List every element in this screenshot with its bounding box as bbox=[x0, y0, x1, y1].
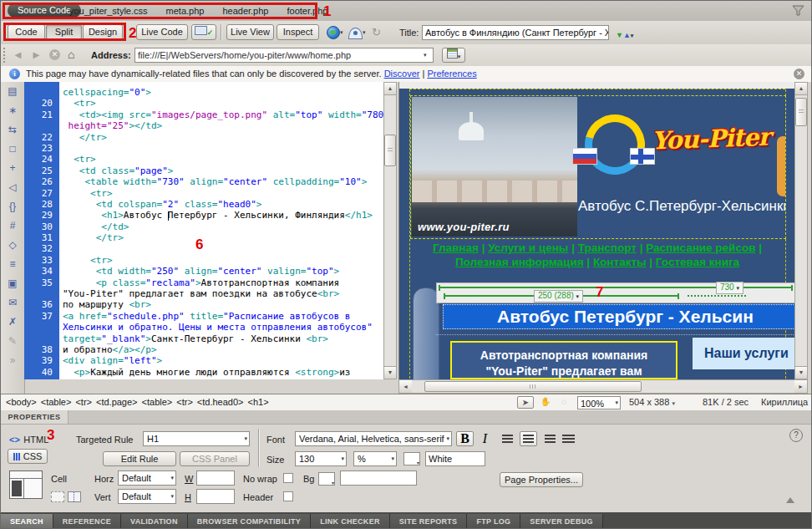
bottom-tab[interactable]: LINK CHECKER bbox=[311, 514, 390, 529]
live-code-button[interactable]: Live Code bbox=[136, 24, 188, 40]
text-color-swatch[interactable] bbox=[403, 452, 420, 465]
targeted-rule-select[interactable]: H1▾ bbox=[143, 431, 250, 446]
discover-link[interactable]: Discover bbox=[384, 69, 420, 79]
code-line[interactable]: 23 bbox=[24, 143, 383, 154]
design-nav-link[interactable]: Транспорт bbox=[578, 242, 637, 254]
code-line[interactable]: 27 <tr> bbox=[24, 188, 383, 199]
code-line[interactable]: target="_blank">Санкт-Петербург - Хельси… bbox=[24, 333, 383, 344]
height-input[interactable] bbox=[196, 489, 235, 504]
bottom-tab[interactable]: BROWSER COMPATIBILITY bbox=[188, 514, 311, 529]
code-line[interactable]: height="25"></td> bbox=[24, 120, 383, 131]
home-icon[interactable]: ⌂ bbox=[68, 48, 74, 61]
tag-selector-item[interactable]: <table> bbox=[142, 397, 173, 407]
bottom-tab[interactable]: SEARCH bbox=[1, 514, 53, 529]
select-parent-tag-icon[interactable]: ◁ bbox=[1, 178, 24, 197]
tag-selector-item[interactable]: <td.head0> bbox=[197, 397, 244, 407]
code-line[interactable]: 38и обратно</a></p> bbox=[24, 344, 383, 355]
scroll-up-arrow[interactable]: ▲ bbox=[795, 83, 807, 95]
close-info-bar-icon[interactable]: ✕ bbox=[794, 69, 804, 79]
font-select[interactable]: Verdana, Arial, Helvetica, sans-serif▾ bbox=[295, 431, 452, 446]
scroll-up-arrow[interactable]: ▲ bbox=[384, 83, 396, 95]
design-view[interactable]: www.you-piter.ru You-Piter Автобус С.Пет… bbox=[398, 82, 795, 379]
vert-select[interactable]: Default▾ bbox=[118, 489, 176, 504]
services-header-cell[interactable]: Наши услуги bbox=[693, 338, 795, 369]
help-icon[interactable]: ? bbox=[789, 429, 803, 442]
design-scrollbar-thumb[interactable] bbox=[795, 98, 807, 126]
preferences-link[interactable]: Preferences bbox=[427, 69, 476, 79]
italic-button[interactable]: I bbox=[476, 431, 494, 446]
code-line[interactable]: Хельсинки и обратно. Цены и места отправ… bbox=[24, 322, 383, 333]
design-nav-link[interactable]: Услуги и цены bbox=[488, 242, 568, 254]
scroll-right-arrow[interactable]: ► bbox=[794, 380, 807, 393]
check-browser-compat-button[interactable]: ✓ bbox=[191, 24, 216, 40]
code-line[interactable]: 31 </tr> bbox=[24, 232, 383, 243]
code-line[interactable]: 32 bbox=[24, 243, 383, 254]
code-line[interactable]: 28 <td colspan="2" class="head0"> bbox=[24, 199, 383, 210]
title-input[interactable]: Автобус в Финляндию (Санкт Петербург - Х… bbox=[422, 25, 609, 40]
size-unit-select[interactable]: %▾ bbox=[353, 451, 397, 466]
highlight-invalid-code-icon[interactable]: ◇ bbox=[1, 236, 24, 255]
align-center-button[interactable] bbox=[520, 431, 537, 446]
remove-comment-icon[interactable]: ✗ bbox=[1, 313, 24, 332]
split-view-button[interactable]: Split bbox=[46, 24, 82, 40]
magnification-select[interactable]: 100%▾ bbox=[577, 396, 621, 409]
bold-button[interactable]: B bbox=[456, 431, 474, 446]
back-icon[interactable]: ◄ bbox=[13, 48, 23, 61]
site-banner[interactable]: www.you-piter.ru You-Piter Автобус С.Пет… bbox=[410, 95, 786, 239]
column-width-menu[interactable]: 250 (288) ▾ bbox=[534, 290, 583, 303]
reclama-cell[interactable]: Автотранспортная компания "You-Piter" пр… bbox=[450, 341, 678, 379]
file-management-icon[interactable]: ▼▲▾ bbox=[616, 26, 633, 41]
size-select[interactable]: 130▾ bbox=[295, 451, 347, 466]
zoom-tool-icon[interactable]: ◌ bbox=[556, 396, 572, 409]
page-h1-heading[interactable]: Автобус Петербург - Хельсин bbox=[443, 304, 795, 329]
code-line[interactable]: cellspacing="0"> bbox=[24, 87, 383, 98]
preview-dropdown-arrow[interactable]: ▾ bbox=[340, 29, 343, 36]
edit-rule-button[interactable]: Edit Rule bbox=[103, 451, 176, 466]
stop-icon[interactable]: ✕ bbox=[49, 49, 60, 60]
related-file-tab[interactable]: footer.php bbox=[287, 6, 327, 16]
bottom-tab[interactable]: FTP LOG bbox=[467, 514, 520, 529]
visual-aids-icon[interactable] bbox=[348, 28, 363, 39]
design-vertical-scrollbar[interactable]: ▲ ▼ bbox=[794, 82, 808, 379]
page-properties-button[interactable]: Page Properties... bbox=[500, 472, 583, 487]
code-line[interactable]: 22 </tr> bbox=[24, 132, 383, 143]
scroll-down-arrow[interactable]: ▼ bbox=[795, 366, 807, 379]
bg-color-input[interactable] bbox=[340, 471, 417, 486]
address-dropdown-arrow[interactable]: ▾ bbox=[424, 52, 427, 58]
align-justify-button[interactable] bbox=[560, 431, 577, 446]
design-view-button[interactable]: Design bbox=[83, 24, 123, 40]
visual-aids-dropdown-arrow[interactable]: ▾ bbox=[363, 29, 366, 36]
design-horizontal-scrollbar[interactable]: ◄ ► bbox=[398, 379, 808, 394]
code-line[interactable]: 40 <p>Каждый день многие люди отправляют… bbox=[24, 367, 383, 378]
open-documents-icon[interactable]: ▤ bbox=[1, 82, 24, 101]
code-line[interactable]: 24 <tr> bbox=[24, 154, 383, 165]
refresh-icon[interactable]: ↻ bbox=[372, 26, 381, 38]
tag-selector-item[interactable]: <td.page> bbox=[96, 397, 138, 407]
css-mode-button[interactable]: CSS bbox=[8, 449, 48, 464]
code-line[interactable]: 30 </td> bbox=[24, 221, 383, 232]
width-input[interactable] bbox=[196, 471, 235, 486]
table-width-menu[interactable]: 730 ▾ bbox=[716, 282, 743, 294]
tag-selector-item[interactable]: <table> bbox=[41, 397, 72, 407]
hand-tool-icon[interactable]: ✋ bbox=[537, 396, 554, 409]
properties-tab[interactable]: PROPERTIES bbox=[1, 410, 69, 424]
related-file-tab[interactable]: header.php bbox=[222, 6, 268, 16]
bottom-tab[interactable]: REFERENCE bbox=[53, 514, 121, 529]
code-line[interactable]: 26 <table width="730" align="center" cel… bbox=[24, 176, 383, 187]
collapse-panel-icon[interactable] bbox=[786, 497, 794, 503]
design-hscrollbar-thumb[interactable] bbox=[424, 381, 642, 392]
window-size-select[interactable]: 504 x 388 ▾ bbox=[629, 394, 675, 411]
tag-selector-item[interactable]: <h1> bbox=[248, 397, 269, 407]
code-vertical-scrollbar[interactable]: ▲ ▼ bbox=[383, 82, 397, 379]
code-navigator-icon[interactable]: ∗ bbox=[1, 101, 24, 120]
view-list-button[interactable]: ▾ bbox=[442, 48, 465, 63]
code-line[interactable]: 33 <tr> bbox=[24, 255, 383, 266]
syntax-error-alerts-icon[interactable]: ▣ bbox=[1, 274, 24, 293]
design-nav-link[interactable]: Главная bbox=[433, 242, 479, 254]
expand-all-icon[interactable]: + bbox=[1, 159, 24, 178]
text-color-input[interactable]: White bbox=[425, 451, 485, 466]
align-left-button[interactable] bbox=[500, 431, 517, 446]
html-mode-button[interactable]: <> HTML bbox=[9, 431, 48, 446]
bg-color-swatch[interactable] bbox=[318, 472, 335, 486]
address-input[interactable]: file:///E|/WebServers/home/you-piter/www… bbox=[134, 48, 434, 63]
